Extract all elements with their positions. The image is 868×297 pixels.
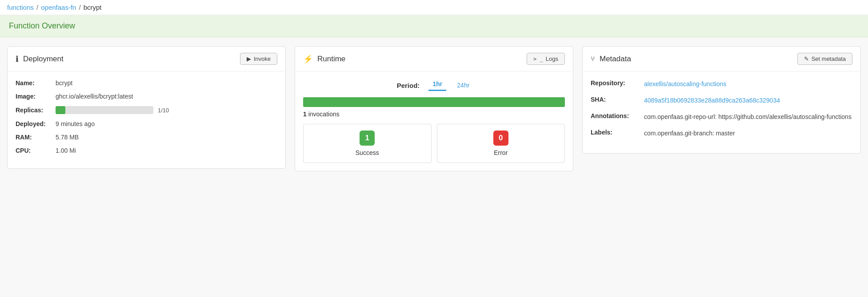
period-24hr-container: 24hr: [455, 81, 471, 90]
labels-field-row: Labels: com.openfaas.git-branch: master: [591, 129, 852, 138]
metadata-header-left: ⑂ Metadata: [591, 55, 631, 63]
metadata-title: Metadata: [600, 55, 631, 63]
invocations-bar: [303, 97, 565, 107]
image-field-row: Image: ghcr.io/alexellis/bcrypt:latest: [16, 93, 277, 100]
deployed-label: Deployed:: [16, 120, 51, 127]
replicas-label: Replicas:: [16, 107, 51, 114]
play-icon: ▶: [247, 55, 251, 62]
name-value: bcrypt: [56, 79, 72, 87]
sha-value: 4089a5f18b0692833e28a88d9ca263a68c329034: [644, 96, 780, 105]
deployed-field-row: Deployed: 9 minutes ago: [16, 120, 277, 127]
repository-field-row: Repository: alexellis/autoscaling-functi…: [591, 79, 852, 89]
annotations-value: com.openfaas.git-repo-url: https://githu…: [644, 112, 852, 122]
metadata-card: ⑂ Metadata ✎ Set metadata Repository: al…: [582, 46, 861, 154]
annotations-label: Annotations:: [591, 112, 640, 122]
deployment-card: ℹ Deployment ▶ Invoke Name: bcrypt Image…: [7, 46, 286, 169]
breadcrumb-openfaas-link[interactable]: openfaas-fn: [41, 4, 76, 11]
cpu-value: 1.00 Mi: [56, 147, 76, 154]
deployment-header-left: ℹ Deployment: [16, 54, 64, 64]
ram-field-row: RAM: 5.78 MB: [16, 134, 277, 141]
period-label: Period:: [397, 82, 420, 89]
deployment-title: Deployment: [23, 55, 64, 63]
invocations-count: 1: [303, 111, 307, 118]
breadcrumb: functions / openfaas-fn / bcrypt: [0, 0, 868, 15]
runtime-card-body: Period: 1hr 24hr 1 invocations 1 Success: [295, 71, 573, 171]
sha-label: SHA:: [591, 96, 640, 105]
breadcrumb-functions-link[interactable]: functions: [7, 4, 34, 11]
runtime-card: ⚡ Runtime > _ Logs Period: 1hr 24hr: [295, 46, 573, 171]
ram-value: 5.78 MB: [56, 134, 79, 141]
logs-button[interactable]: > _ Logs: [527, 53, 565, 65]
invocations-label: 1 invocations: [303, 111, 565, 118]
sha-field-row: SHA: 4089a5f18b0692833e28a88d9ca263a68c3…: [591, 96, 852, 105]
main-content: ℹ Deployment ▶ Invoke Name: bcrypt Image…: [0, 37, 868, 180]
period-1hr-button[interactable]: 1hr: [431, 79, 444, 88]
repository-value: alexellis/autoscaling-functions: [644, 79, 726, 89]
invoke-button[interactable]: ▶ Invoke: [240, 53, 277, 65]
breadcrumb-current: bcrypt: [84, 4, 102, 11]
breadcrumb-sep2: /: [79, 4, 80, 11]
runtime-title: Runtime: [317, 55, 345, 63]
info-icon: ℹ: [16, 54, 19, 64]
cpu-label: CPU:: [16, 147, 51, 154]
sha-link[interactable]: 4089a5f18b0692833e28a88d9ca263a68c329034: [644, 97, 780, 104]
image-value: ghcr.io/alexellis/bcrypt:latest: [56, 93, 133, 100]
repository-link[interactable]: alexellis/autoscaling-functions: [644, 80, 726, 87]
name-label: Name:: [16, 79, 51, 87]
period-row: Period: 1hr 24hr: [303, 79, 565, 91]
breadcrumb-sep1: /: [36, 4, 38, 11]
function-overview-banner: Function Overview: [0, 15, 868, 37]
function-overview-title: Function Overview: [9, 21, 859, 31]
set-metadata-label: Set metadata: [812, 55, 846, 62]
success-badge: 1: [360, 131, 375, 146]
set-metadata-button[interactable]: ✎ Set metadata: [797, 53, 852, 65]
logs-label: Logs: [546, 55, 558, 62]
error-label: Error: [494, 149, 508, 156]
labels-label: Labels:: [591, 129, 640, 138]
replica-bar-outer: [56, 106, 153, 114]
invoke-label: Invoke: [254, 55, 271, 62]
name-field-row: Name: bcrypt: [16, 79, 277, 87]
success-error-row: 1 Success 0 Error: [303, 124, 565, 163]
metadata-card-body: Repository: alexellis/autoscaling-functi…: [583, 71, 860, 153]
runtime-card-header: ⚡ Runtime > _ Logs: [295, 47, 573, 71]
period-1hr-container: 1hr: [428, 79, 446, 91]
metadata-card-header: ⑂ Metadata ✎ Set metadata: [583, 47, 860, 71]
repository-label: Repository:: [591, 79, 640, 89]
lightning-icon: ⚡: [303, 54, 313, 64]
invocations-text: invocations: [308, 111, 340, 118]
deployment-card-header: ℹ Deployment ▶ Invoke: [8, 47, 285, 71]
error-badge: 0: [493, 131, 508, 146]
period-1hr-underline: [428, 90, 446, 91]
success-label: Success: [356, 149, 379, 156]
replica-bar-inner: [56, 106, 65, 114]
runtime-header-left: ⚡ Runtime: [303, 54, 345, 64]
labels-value: com.openfaas.git-branch: master: [644, 129, 735, 138]
cpu-field-row: CPU: 1.00 Mi: [16, 147, 277, 154]
period-24hr-button[interactable]: 24hr: [455, 81, 471, 90]
annotations-field-row: Annotations: com.openfaas.git-repo-url: …: [591, 112, 852, 122]
error-stat-box: 0 Error: [437, 124, 565, 163]
deployed-value: 9 minutes ago: [56, 120, 95, 127]
fork-icon: ⑂: [591, 55, 595, 63]
deployment-card-body: Name: bcrypt Image: ghcr.io/alexellis/bc…: [8, 71, 285, 168]
success-stat-box: 1 Success: [303, 124, 432, 163]
ram-label: RAM:: [16, 134, 51, 141]
terminal-icon: > _: [533, 56, 543, 62]
replicas-container: 1/10: [56, 106, 169, 114]
edit-icon: ✎: [804, 55, 809, 62]
replicas-field-row: Replicas: 1/10: [16, 106, 277, 114]
image-label: Image:: [16, 93, 51, 100]
replicas-value: 1/10: [158, 107, 169, 114]
